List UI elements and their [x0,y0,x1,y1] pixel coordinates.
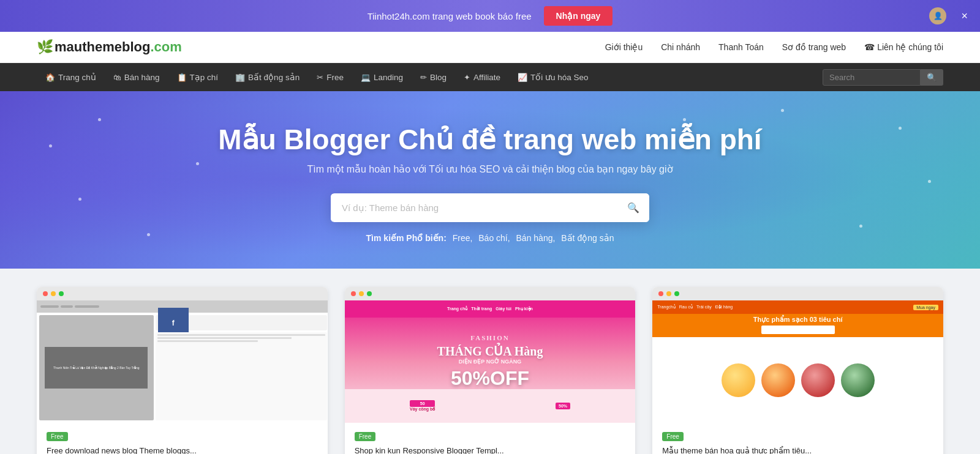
card-fashion-info: Free Shop kin kun Responsive Blogger Tem… [345,423,636,454]
browser-dot-green-2 [367,291,372,296]
nav-home-label: Trang chủ [58,72,96,82]
popular-label: Tìm kiếm Phổ biến: [366,233,447,243]
browser-dot-yellow [51,291,56,296]
header-nav-contact[interactable]: ☎ Liên hệ chúng tôi [864,42,943,52]
magazine-icon: 📋 [177,73,187,82]
hero-search-box: 🔍 [331,193,649,222]
card-fashion-tag: Free [355,432,376,441]
browser-dot-green [59,291,64,296]
hero-search-input[interactable] [331,194,617,221]
nav-seo-label: Tối ưu hóa Seo [530,72,589,82]
shop-icon: 🛍 [113,73,121,82]
fashion-content: FASHION THÁNG CỦA Hàng DIỆN ĐẸP NGỠ NGÀN… [437,334,543,390]
browser-dot-red-2 [351,291,356,296]
food-promo-title: Thực phẩm sạch 03 tiêu chí [753,316,843,324]
logo[interactable]: 🌿mauthemeblog.com [37,39,182,55]
affiliate-icon: ✦ [464,73,470,82]
nav-seo[interactable]: 📈 Tối ưu hóa Seo [509,63,597,91]
nav-magazine[interactable]: 📋 Tạp chí [168,63,227,91]
fashion-promo-sub: DIỆN ĐẸP NGỠ NGÀNG [437,359,543,365]
card-browser-bar [37,287,328,300]
card-tag: Free [47,432,68,441]
seo-icon: 📈 [518,73,527,82]
food-header: TrangchủRau củTrái câyĐặt hàng Mua ngay … [652,300,943,337]
free-icon: ✂ [317,73,323,82]
main-content: Thanh Niên Trẻ Là Vận Đồ Khởi Nghiệp Bằn… [0,269,980,454]
fashion-discount: 50%OFF [437,367,543,390]
browser-dot-yellow-3 [666,291,671,296]
header-nav-intro[interactable]: Giới thiệu [605,42,643,52]
fruit-watermelon [801,363,835,397]
nav-realestate-label: Bất động sản [248,72,300,82]
header-nav-sitemap[interactable]: Sơ đồ trang web [782,42,846,52]
nav-blog-label: Blog [430,73,447,82]
phone-icon: ☎ [864,42,875,52]
hero-search-button[interactable]: 🔍 [617,193,649,222]
food-body [652,337,943,423]
card-food-title: Mẫu theme bán hoa quả thực phẩm tiêu... [662,446,933,454]
cards-grid: Thanh Niên Trẻ Là Vận Đồ Khởi Nghiệp Bằn… [37,287,943,454]
nav-search-button[interactable]: 🔍 [921,69,943,86]
browser-dot-red-3 [658,291,663,296]
header-nav: Giới thiệu Chi nhánh Thanh Toán Sơ đồ tr… [605,42,943,52]
browser-dot-green-3 [674,291,679,296]
nav-free-label: Free [326,73,344,82]
nav-landing[interactable]: 💻 Landing [352,63,412,91]
blog-icon: ✏ [420,73,427,82]
hero-title: Mẫu Blogger Chủ đề trang web miễn phí [218,123,761,156]
nav-search-input[interactable] [823,69,921,86]
realestate-icon: 🏢 [235,73,245,82]
landing-icon: 💻 [361,73,371,82]
nav-affiliate[interactable]: ✦ Affiliate [455,63,509,91]
fruit-vegetable [841,363,875,397]
card-food-preview: TrangchủRau củTrái câyĐặt hàng Mua ngay … [652,300,943,423]
nav-shop[interactable]: 🛍 Bán hàng [105,63,168,91]
contact-label: Liên hệ chúng tôi [877,42,943,52]
banner-close-button[interactable]: × [961,10,968,23]
fashion-promo-title: THÁNG CỦA Hàng [437,344,543,359]
card-food-info: Free Mẫu theme bán hoa quả thực phẩm tiê… [652,423,943,454]
popular-link-realestate[interactable]: Bất động sản [561,233,614,243]
logo-brand: mauthemeblog [55,39,150,54]
nav-landing-label: Landing [374,73,403,82]
home-icon: 🏠 [45,73,55,82]
nav-search: 🔍 [823,69,943,86]
main-nav: 🏠 Trang chủ 🛍 Bán hàng 📋 Tạp chí 🏢 Bất đ… [0,63,980,91]
popular-link-shop[interactable]: Bán hàng, [516,233,556,243]
fruit-mango [722,363,755,397]
top-banner: Tiinhot24h.com trang web book báo free N… [0,0,980,32]
nav-shop-label: Bán hàng [124,73,160,82]
card-fashion-title: Shop kin kun Responsive Blogger Templ... [355,446,626,454]
main-nav-items: 🏠 Trang chủ 🛍 Bán hàng 📋 Tạp chí 🏢 Bất đ… [37,63,823,91]
banner-text: Tiinhot24h.com trang web book báo free [368,11,532,21]
popular-link-news[interactable]: Báo chí, [478,233,510,243]
logo-leaf-icon: 🌿 [37,39,53,54]
card-fashion-preview: Trang chủThời trangGiày túiPhụ kiện FASH… [345,300,636,423]
hero-popular-searches: Tìm kiếm Phổ biến: Free, Báo chí, Bán hà… [366,233,614,243]
card-news: Thanh Niên Trẻ Là Vận Đồ Khởi Nghiệp Bằn… [37,287,328,454]
nav-realestate[interactable]: 🏢 Bất động sản [227,63,308,91]
card-food-browser-bar [652,287,943,300]
nav-affiliate-label: Affiliate [473,73,500,82]
avatar: 👤 [929,7,946,24]
browser-dot-yellow-2 [359,291,364,296]
popular-link-free[interactable]: Free, [453,233,473,243]
card-news-info: Free Free download news blog Theme blogg… [37,423,328,454]
nav-magazine-label: Tạp chí [190,72,219,82]
banner-cta-button[interactable]: Nhận ngay [544,6,613,26]
logo-tld: .com [150,39,181,54]
nav-blog[interactable]: ✏ Blog [412,63,455,91]
nav-home[interactable]: 🏠 Trang chủ [37,63,105,91]
site-header: 🌿mauthemeblog.com Giới thiệu Chi nhánh T… [0,32,980,63]
hero-section: Mẫu Blogger Chủ đề trang web miễn phí Tì… [0,91,980,269]
fruit-pineapple [761,363,795,397]
card-news-title: Free download news blog Theme bloggs... [47,446,318,454]
header-nav-payment[interactable]: Thanh Toán [718,42,764,52]
card-fashion: Trang chủThời trangGiày túiPhụ kiện FASH… [345,287,636,454]
card-food-tag: Free [662,432,684,441]
nav-free[interactable]: ✂ Free [308,63,352,91]
card-fashion-browser-bar [345,287,636,300]
card-food: TrangchủRau củTrái câyĐặt hàng Mua ngay … [652,287,943,454]
header-nav-branch[interactable]: Chi nhánh [661,42,700,52]
hero-subtitle: Tìm một mẫu hoàn hảo với Tối ưu hóa SEO … [307,163,673,175]
